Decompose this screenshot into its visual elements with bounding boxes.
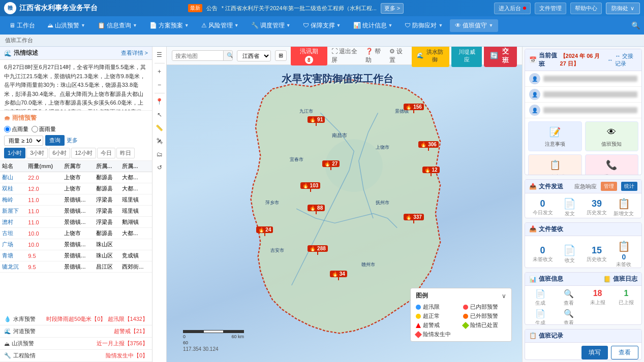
area-rain-input[interactable] xyxy=(32,126,38,133)
refresh-button[interactable]: ↺ xyxy=(154,161,166,174)
station-name[interactable]: 梅岭 xyxy=(0,194,26,206)
view-button[interactable]: 查看 xyxy=(611,346,638,359)
exchange-records-button[interactable]: ↔ ↔ 交接记录 xyxy=(607,52,637,68)
marker-337[interactable]: 🔥 337 xyxy=(404,214,423,223)
measure-button[interactable]: 📏 xyxy=(154,122,166,134)
point-rain-radio[interactable]: 点雨量 xyxy=(4,125,28,133)
enter-backend-button[interactable]: 进入后台 xyxy=(494,3,531,14)
map-search-input[interactable] xyxy=(172,51,223,60)
info-card-generate[interactable]: 📄 生成 xyxy=(527,289,554,307)
tab-6h[interactable]: 6小时 xyxy=(49,148,70,158)
station-name[interactable]: 双桂 xyxy=(0,183,26,194)
marker-156[interactable]: 🔥 156 xyxy=(404,104,423,113)
duty-card-preview[interactable]: 👁 值班预知 xyxy=(585,121,639,151)
settings-button[interactable]: ⚙ 设置 xyxy=(389,47,408,64)
shift-button[interactable]: 🔄 交班 xyxy=(484,47,517,67)
tab-12h[interactable]: 12小时 xyxy=(71,148,96,158)
info-card-log-generate[interactable]: 📄 生成 xyxy=(527,309,554,325)
station-name[interactable]: 青塘 xyxy=(0,250,26,261)
area-rain-radio[interactable]: 面雨量 xyxy=(32,125,56,133)
help-button[interactable]: 帮助中心 xyxy=(570,3,602,14)
table-row[interactable]: 梅岭 11.0 景德镇... 浮梁县 瑶里镇 xyxy=(0,194,152,206)
exit-fullscreen-button[interactable]: ⛶ 退出全屏 xyxy=(331,47,361,64)
receive-icon-area[interactable]: 📄 收文 xyxy=(556,244,583,264)
tab-today[interactable]: 今日 xyxy=(97,148,115,158)
table-row[interactable]: 双桂 12.0 上饶市 鄱源县 大都... xyxy=(0,183,152,194)
locate-button[interactable]: 📍 xyxy=(154,95,166,108)
station-name[interactable]: 澹村 xyxy=(0,217,26,228)
table-row[interactable]: 澹村 11.0 景德镇... 浮梁县 鹅湖镇 xyxy=(0,217,152,228)
station-name[interactable]: 古坦 xyxy=(0,228,26,239)
tab-1h[interactable]: 1小时 xyxy=(4,148,25,158)
file-mgmt-button[interactable]: 文件管理 xyxy=(535,3,566,14)
pointer-button[interactable]: ↖ xyxy=(154,109,166,121)
zoom-out-button[interactable]: − xyxy=(154,79,166,91)
reservoir-warning-value[interactable]: 时段降雨超50毫米【0】 超汛限【1432】 xyxy=(46,315,148,323)
nav-item-risk[interactable]: ⚠ 风险管理 ▼ xyxy=(196,19,244,32)
table-row[interactable]: 鄱山 22.0 上饶市 鄱源县 大都... xyxy=(0,172,152,183)
stats-button[interactable]: 统计 xyxy=(621,182,637,191)
nav-item-plan[interactable]: 📄 方案预案 ▼ xyxy=(144,19,194,32)
marker-34[interactable]: 🔥 34 xyxy=(330,271,347,280)
info-card-view[interactable]: 🔍 查看 xyxy=(556,289,582,307)
nav-item-defense[interactable]: 🛡 防御应对 ▼ xyxy=(400,19,448,32)
nav-item-support[interactable]: 🛡 保障支撑 ▼ xyxy=(298,19,346,32)
river-warning-value[interactable]: 超警戒【21】 xyxy=(114,327,148,335)
menu-toggle-button[interactable]: ☰ xyxy=(154,49,166,61)
announce-text[interactable]: * 江西省水利厅关于2024年第一批二级造价工程师（水利工程... xyxy=(222,5,377,12)
province-select[interactable]: 江西省 xyxy=(237,50,271,61)
marker-27[interactable]: 🔥 27 xyxy=(322,160,340,170)
river-control-button[interactable]: 川堤威应 xyxy=(451,47,481,67)
duty-card-notes[interactable]: 📝 注意事项 xyxy=(528,121,582,151)
send-icon-area[interactable]: 📄 发文 xyxy=(556,198,583,217)
table-row[interactable]: 古坦 10.0 上饶市 鄱源县 大都... xyxy=(0,228,152,239)
duty-card-contacts[interactable]: 📞 通讯录 xyxy=(585,154,639,175)
detail-link[interactable]: 查看详情 > xyxy=(121,49,148,57)
marker-91[interactable]: 🔥 91 xyxy=(308,116,325,126)
map-search-button[interactable]: 🔍 xyxy=(223,51,233,60)
query-button[interactable]: 查询 xyxy=(45,135,65,146)
manage-button[interactable]: 管理 xyxy=(601,182,617,191)
nav-item-stats[interactable]: 📊 统计信息 ▼ xyxy=(348,19,398,32)
table-row[interactable]: 辘龙沉 9.5 景德镇... 昌江区 西郊街... xyxy=(0,261,152,273)
fill-button[interactable]: 填写 xyxy=(581,346,608,359)
more-link[interactable]: 更多 xyxy=(67,137,78,144)
nav-search-icon[interactable]: 🔍 xyxy=(631,21,640,29)
layer-button[interactable]: ⊞ xyxy=(275,50,287,61)
table-row[interactable]: 广场 10.0 景德镇... 珠山区 xyxy=(0,239,152,250)
upper-doc-area[interactable]: 📋 0 未签收 xyxy=(610,240,637,268)
station-name[interactable]: 鄱山 xyxy=(0,172,26,183)
marker-306[interactable]: 🔥 306 xyxy=(418,141,438,151)
new-file-icon-area[interactable]: 📋 新增文文 xyxy=(610,198,637,217)
info-card-log-view[interactable]: 🔍 查看 xyxy=(556,309,582,325)
layers-button[interactable]: 🗂 xyxy=(154,148,166,160)
rain-threshold-select[interactable]: 雨量 ≥ 10 雨量 ≥ 20 雨量 ≥ 30 雨量 ≥ 50 xyxy=(4,136,43,146)
nav-item-info-query[interactable]: 📋 信息查询 ▼ xyxy=(93,19,142,32)
engineering-warning-value[interactable]: 险情发生中【0】 xyxy=(106,352,148,359)
zoom-in-button[interactable]: + xyxy=(154,65,166,78)
legend-toggle-button[interactable]: ∨ xyxy=(502,292,506,300)
point-rain-input[interactable] xyxy=(4,126,11,133)
satellite-button[interactable]: 🛰 xyxy=(154,135,166,147)
flood-control-button[interactable]: 🌊 洪水防御 xyxy=(412,47,450,67)
station-name[interactable]: 广场 xyxy=(0,239,26,250)
more-button[interactable]: 更多 > xyxy=(381,3,404,14)
nav-item-duty[interactable]: 👁 值班值守 ▼ xyxy=(450,19,498,32)
station-name[interactable]: 新屋下 xyxy=(0,206,26,217)
marker-12[interactable]: 🔥 12 xyxy=(422,167,440,176)
table-row[interactable]: 青塘 9.5 景德镇... 珠山区 竞成镇 xyxy=(0,250,152,261)
marker-88[interactable]: 🔥 88 xyxy=(308,205,325,214)
tab-yesterday[interactable]: 昨日 xyxy=(116,148,135,158)
marker-103[interactable]: 🔥 103 xyxy=(300,182,320,192)
marker-24[interactable]: 🔥 24 xyxy=(256,226,273,236)
mountain-warning-value[interactable]: 近一月上报【3756】 xyxy=(97,340,148,347)
help-button[interactable]: ❓ 帮助 xyxy=(365,47,385,64)
tab-3h[interactable]: 3小时 xyxy=(26,148,48,158)
marker-288[interactable]: 🔥 288 xyxy=(308,245,327,255)
duty-card-arrange[interactable]: 📋 值班安排 xyxy=(528,154,582,175)
nav-item-dispatch[interactable]: 🔧 调度管理 ▼ xyxy=(246,19,296,32)
nav-item-flood-warning[interactable]: ⛰ 山洪预警 ▼ xyxy=(42,19,90,32)
nav-item-workbench[interactable]: 🖥 工作台 xyxy=(4,19,40,32)
station-name[interactable]: 辘龙沉 xyxy=(0,261,26,273)
table-row[interactable]: 新屋下 11.0 景德镇... 浮梁县 瑶里镇 xyxy=(0,206,152,217)
